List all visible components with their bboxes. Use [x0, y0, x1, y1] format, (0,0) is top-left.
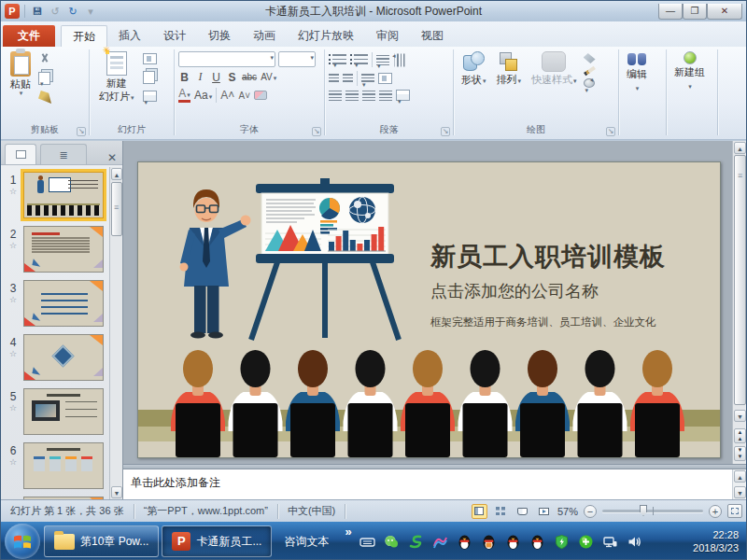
tab-slideshow[interactable]: 幻灯片放映 — [287, 25, 365, 47]
taskbar-item-powerpoint[interactable]: P 卡通新员工... — [162, 525, 272, 557]
align-center-icon[interactable] — [345, 91, 359, 101]
strikethrough-button[interactable]: abc — [242, 72, 257, 82]
copy-icon[interactable] — [38, 72, 50, 85]
rainbow-icon[interactable] — [432, 534, 448, 550]
cut-icon[interactable] — [38, 53, 51, 66]
slide-thumbnail-5[interactable]: 5☆ — [3, 388, 109, 435]
zoom-slider-thumb[interactable] — [640, 505, 647, 516]
zoom-level[interactable]: 57% — [557, 506, 578, 517]
pane-scroll-thumb[interactable] — [111, 182, 122, 236]
taskbar-item-folder[interactable]: 第10章 Pow... — [44, 525, 159, 557]
notes-pane[interactable]: 单击此处添加备注 ▲ ▼ — [123, 469, 746, 499]
redo-icon[interactable]: ↻ — [65, 4, 80, 19]
reading-view-button[interactable] — [514, 504, 530, 519]
sogou-icon[interactable] — [408, 534, 424, 550]
clipboard-dialog-launcher[interactable]: ↘ — [77, 127, 86, 136]
change-case-button[interactable]: Aa — [194, 89, 212, 102]
paragraph-dialog-launcher[interactable]: ↘ — [441, 127, 450, 136]
network-icon[interactable] — [602, 534, 618, 550]
columns-icon[interactable] — [361, 74, 374, 84]
previous-slide-button[interactable]: ▲▲ — [734, 428, 746, 443]
bullets-icon[interactable] — [332, 54, 346, 65]
scroll-up-icon[interactable]: ▲ — [111, 168, 122, 180]
section-icon[interactable] — [143, 91, 157, 102]
wechat-icon[interactable] — [384, 534, 400, 550]
shrink-font-button[interactable]: A˅ — [238, 91, 250, 101]
slide-thumbnail-2[interactable]: 2☆ — [3, 226, 109, 273]
powerpoint-logo-icon[interactable]: P — [5, 4, 20, 19]
slide-subtitle[interactable]: 点击添加您的公司名称 — [430, 280, 666, 302]
zoom-out-button[interactable]: − — [584, 505, 597, 518]
language-indicator[interactable]: 中文(中国) — [278, 504, 345, 518]
reset-slide-icon[interactable] — [143, 71, 155, 84]
pane-scrollbar[interactable]: ▲ ▼ — [109, 167, 122, 499]
notes-placeholder[interactable]: 单击此处添加备注 — [123, 469, 746, 497]
volume-icon[interactable] — [627, 534, 642, 550]
font-size-combo[interactable]: ▾ — [278, 51, 316, 67]
text-shadow-button[interactable]: S — [226, 71, 238, 84]
quick-styles-button[interactable]: 快速样式 — [528, 49, 581, 89]
keyboard-icon[interactable] — [359, 534, 375, 550]
qq-icon[interactable] — [505, 534, 521, 550]
format-painter-icon[interactable] — [38, 91, 51, 104]
qq-icon[interactable] — [457, 534, 472, 550]
zoom-slider[interactable] — [602, 510, 703, 512]
new-group-button[interactable]: 新建组 — [670, 49, 709, 94]
layout-icon[interactable] — [143, 53, 157, 64]
font-color-button[interactable]: A — [178, 89, 190, 103]
tab-slides-thumbnails[interactable] — [5, 144, 36, 164]
shape-outline-icon[interactable] — [584, 66, 596, 77]
slide-sorter-button[interactable] — [493, 504, 509, 519]
qq-briefcase-icon[interactable] — [481, 534, 497, 550]
tab-home[interactable]: 开始 — [61, 25, 107, 47]
text-direction-icon[interactable] — [395, 53, 405, 66]
clear-formatting-icon[interactable] — [254, 91, 267, 100]
align-right-icon[interactable] — [362, 91, 375, 101]
taskbar-clock[interactable]: 22:28 2018/3/23 — [687, 528, 746, 554]
line-spacing-icon[interactable] — [376, 55, 389, 65]
close-button[interactable]: ✕ — [707, 4, 742, 20]
tray-overflow-chevron[interactable]: » — [345, 525, 351, 539]
save-icon[interactable]: 💾︎ — [30, 4, 45, 19]
fit-to-window-button[interactable] — [727, 504, 742, 518]
scroll-thumb[interactable] — [734, 155, 746, 405]
slideshow-button[interactable] — [536, 504, 552, 519]
tab-review[interactable]: 审阅 — [365, 25, 410, 47]
italic-button[interactable]: I — [194, 70, 206, 84]
bold-button[interactable]: B — [178, 71, 190, 84]
tab-file[interactable]: 文件 — [3, 25, 55, 47]
align-text-icon[interactable] — [378, 73, 392, 84]
shield-icon[interactable] — [554, 534, 570, 550]
normal-view-button[interactable] — [472, 504, 487, 519]
tab-view[interactable]: 视图 — [410, 25, 455, 47]
qat-customize-icon[interactable]: ▾ — [83, 4, 98, 19]
character-spacing-button[interactable]: AV — [261, 72, 276, 82]
arrange-button[interactable]: 排列 — [493, 49, 526, 89]
align-left-icon[interactable] — [329, 91, 342, 101]
convert-smartart-icon[interactable] — [396, 90, 410, 101]
paste-button[interactable]: 粘贴 — [7, 49, 35, 104]
minimize-button[interactable]: — — [658, 4, 683, 20]
undo-icon[interactable]: ↺ — [48, 4, 63, 19]
increase-indent-icon[interactable] — [343, 74, 353, 84]
font-name-combo[interactable]: ▾ — [178, 51, 275, 67]
taskbar-item-text[interactable]: 咨询文本 — [275, 525, 338, 557]
tab-animations[interactable]: 动画 — [242, 25, 287, 47]
slide-thumbnail-4[interactable]: 4☆ — [3, 334, 109, 381]
scroll-down-icon[interactable]: ▼ — [734, 410, 746, 422]
scroll-down-icon[interactable]: ▼ — [734, 486, 746, 498]
drawing-dialog-launcher[interactable]: ↘ — [606, 127, 615, 136]
shapes-button[interactable]: 形状 — [458, 49, 490, 89]
notes-scrollbar[interactable]: ▲ ▼ — [732, 469, 746, 499]
scroll-down-icon[interactable]: ▼ — [111, 486, 122, 498]
numbering-icon[interactable] — [354, 54, 368, 65]
slide-description[interactable]: 框架完整适用于商务培训、员工培训、企业文化 — [430, 315, 666, 329]
green-sphere-icon[interactable] — [578, 534, 594, 550]
new-slide-button[interactable]: 新建 幻灯片 — [95, 49, 138, 105]
shape-fill-icon[interactable] — [584, 53, 596, 63]
vertical-scrollbar[interactable]: ▲ ▼ ▲▲ ▼▼ — [732, 141, 746, 464]
start-button[interactable] — [5, 524, 40, 559]
tab-design[interactable]: 设计 — [152, 25, 197, 47]
tab-transitions[interactable]: 切换 — [197, 25, 242, 47]
decrease-indent-icon[interactable] — [329, 74, 339, 84]
